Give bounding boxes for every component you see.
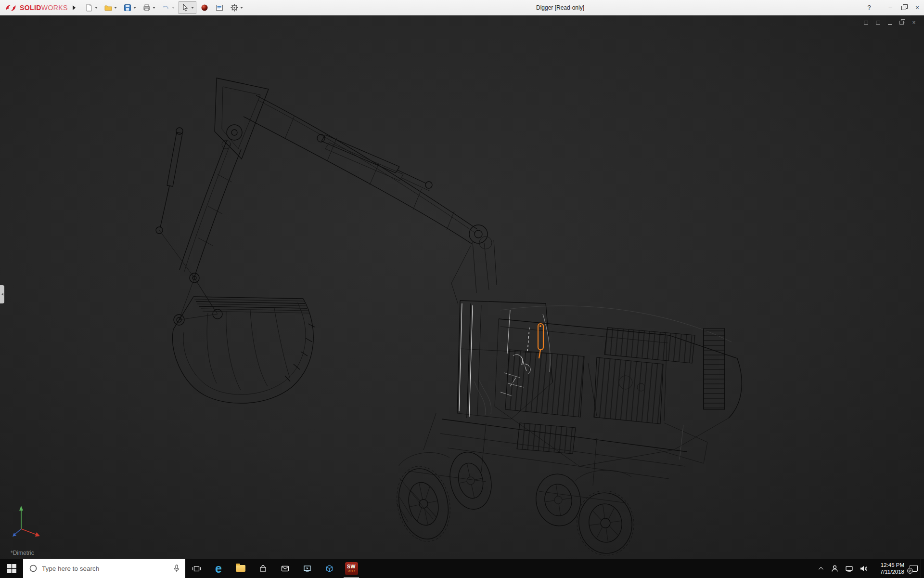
help-button[interactable]: ? bbox=[862, 0, 876, 15]
task-view-icon bbox=[192, 564, 201, 573]
chevron-up-icon bbox=[818, 566, 823, 571]
save-flyout-caret[interactable] bbox=[133, 7, 136, 9]
titlebar: SOLIDWORKS bbox=[0, 0, 924, 15]
panel-collapse-tab[interactable] bbox=[0, 285, 4, 303]
doc-minimize-button[interactable] bbox=[886, 19, 893, 26]
taskbar-3d-viewer-button[interactable] bbox=[318, 559, 340, 578]
store-icon bbox=[258, 564, 268, 573]
doc-minimize-icon bbox=[888, 24, 892, 25]
print-icon bbox=[142, 3, 151, 12]
notification-badge: 2 bbox=[907, 568, 913, 574]
doc-close-button[interactable]: × bbox=[911, 19, 917, 26]
open-button[interactable] bbox=[102, 1, 119, 14]
taskbar-film-tv-button[interactable] bbox=[296, 559, 318, 578]
show-desktop-button[interactable] bbox=[921, 559, 924, 578]
ds-logo-icon bbox=[5, 3, 17, 13]
edge-icon: e bbox=[215, 563, 222, 575]
solidworks-logo: SOLIDWORKS bbox=[5, 3, 68, 13]
tile-icon bbox=[876, 21, 880, 25]
appearance-button[interactable] bbox=[198, 1, 211, 14]
volume-button[interactable] bbox=[856, 559, 871, 578]
search-input[interactable] bbox=[42, 565, 168, 572]
print-button[interactable] bbox=[140, 1, 158, 14]
quick-access-toolbar bbox=[82, 1, 245, 14]
taskbar-clock[interactable]: 12:45 PM 7/11/2018 bbox=[871, 559, 906, 578]
gear-icon bbox=[230, 3, 239, 12]
people-icon bbox=[830, 564, 839, 573]
appearance-sphere-icon bbox=[200, 3, 209, 12]
open-folder-icon bbox=[104, 3, 113, 12]
open-flyout-caret[interactable] bbox=[114, 7, 117, 9]
window-title: Digger [Read-only] bbox=[536, 4, 584, 11]
select-flyout-caret[interactable] bbox=[191, 7, 194, 9]
clock-date: 7/11/2018 bbox=[880, 568, 904, 575]
microphone-icon[interactable] bbox=[173, 564, 180, 573]
speaker-icon bbox=[859, 564, 868, 573]
select-cursor-icon bbox=[181, 3, 190, 12]
display-settings-button[interactable] bbox=[213, 1, 226, 14]
close-button[interactable]: × bbox=[911, 0, 924, 15]
viewport-background bbox=[0, 15, 924, 559]
view-orientation-label: *Dimetric bbox=[11, 550, 34, 556]
options-flyout-caret[interactable] bbox=[240, 7, 243, 9]
orientation-triad bbox=[12, 503, 50, 544]
task-view-button[interactable] bbox=[185, 559, 207, 578]
save-button[interactable] bbox=[121, 1, 139, 14]
print-flyout-caret[interactable] bbox=[153, 7, 155, 9]
wireframe-model[interactable] bbox=[0, 15, 924, 559]
network-icon bbox=[845, 564, 854, 573]
new-flyout-caret[interactable] bbox=[95, 7, 98, 9]
undo-flyout-caret[interactable] bbox=[172, 7, 175, 9]
taskbar-solidworks-button[interactable]: SW2017 bbox=[340, 559, 362, 578]
cascade-icon bbox=[864, 21, 868, 25]
restore-icon bbox=[901, 5, 907, 10]
notification-bubble-icon: 2 bbox=[910, 565, 918, 572]
options-button[interactable] bbox=[228, 1, 245, 14]
people-button[interactable] bbox=[827, 559, 842, 578]
taskbar-search[interactable] bbox=[23, 559, 185, 578]
undo-button[interactable] bbox=[159, 1, 177, 14]
film-tv-icon bbox=[303, 564, 312, 573]
new-document-button[interactable] bbox=[82, 1, 100, 14]
menu-flyout-arrow[interactable] bbox=[73, 5, 76, 10]
tray-expand-button[interactable] bbox=[813, 559, 827, 578]
doc-restore-button[interactable] bbox=[898, 19, 905, 26]
3d-viewer-icon bbox=[325, 564, 334, 573]
display-settings-icon bbox=[215, 3, 224, 12]
clock-time: 12:45 PM bbox=[881, 562, 904, 568]
solidworks-app: SOLIDWORKS bbox=[0, 0, 924, 578]
brand-text-solid: SOLID bbox=[20, 4, 41, 12]
new-document-icon bbox=[85, 3, 93, 12]
start-button[interactable] bbox=[0, 559, 23, 578]
minimize-button[interactable]: – bbox=[884, 0, 897, 15]
mail-icon bbox=[281, 564, 290, 573]
document-window-controls: × bbox=[862, 19, 917, 26]
doc-tile-button[interactable] bbox=[874, 19, 881, 26]
select-tool-button[interactable] bbox=[179, 1, 196, 14]
doc-restore-icon bbox=[899, 20, 905, 25]
maximize-button[interactable] bbox=[897, 0, 911, 15]
taskbar: e bbox=[0, 559, 924, 578]
windows-logo-icon bbox=[7, 564, 16, 573]
save-icon bbox=[123, 3, 132, 12]
window-controls: ? – × bbox=[862, 0, 924, 15]
taskbar-edge-button[interactable]: e bbox=[207, 559, 230, 578]
action-center-button[interactable]: 2 bbox=[906, 559, 921, 578]
undo-icon bbox=[162, 3, 170, 12]
solidworks-taskbar-icon: SW2017 bbox=[345, 562, 358, 575]
taskbar-mail-button[interactable] bbox=[274, 559, 296, 578]
taskbar-store-button[interactable] bbox=[252, 559, 274, 578]
cortana-icon bbox=[29, 564, 38, 573]
network-button[interactable] bbox=[842, 559, 856, 578]
graphics-viewport[interactable]: × *Dimetric bbox=[0, 15, 924, 559]
taskbar-file-explorer-button[interactable] bbox=[230, 559, 252, 578]
doc-cascade-button[interactable] bbox=[862, 19, 869, 26]
file-explorer-icon bbox=[236, 565, 245, 572]
brand-text-works: WORKS bbox=[41, 4, 68, 12]
